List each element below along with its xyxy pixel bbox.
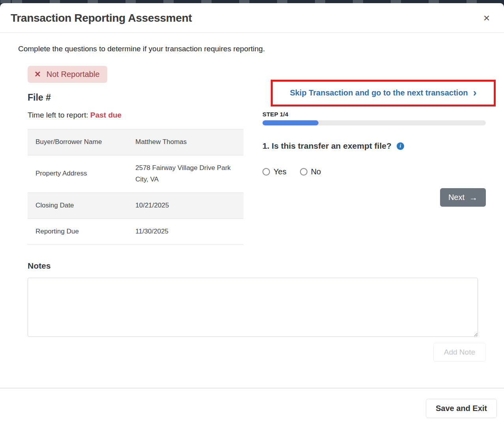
notes-textarea[interactable] <box>28 278 478 337</box>
next-button-row: Next → <box>262 188 486 207</box>
row-value: 10/21/2025 <box>127 192 244 219</box>
row-value: 2578 Fairway Village Drive Park City, VA <box>127 155 244 192</box>
radio-option-no[interactable]: No <box>300 167 321 176</box>
intro-text: Complete the questions to determine if y… <box>18 45 486 53</box>
transaction-details-table: Buyer/Borrower Name Matthew Thomas Prope… <box>28 129 244 245</box>
chevron-right-icon: › <box>473 89 477 97</box>
x-mark-icon: ✕ <box>34 69 41 79</box>
table-row: Property Address 2578 Fairway Village Dr… <box>28 155 244 192</box>
transaction-reporting-modal: Transaction Reporting Assessment × Compl… <box>0 3 504 426</box>
save-and-exit-button[interactable]: Save and Exit <box>426 399 497 418</box>
question-text: 1. Is this transfer an exempt file? <box>262 141 392 151</box>
row-value: 11/30/2025 <box>127 219 244 245</box>
time-left-value: Past due <box>90 111 122 119</box>
radio-circle-icon[interactable] <box>262 168 270 176</box>
next-button-label: Next <box>448 193 465 202</box>
radio-label-yes: Yes <box>274 167 287 176</box>
skip-transaction-link-label: Skip Transaction and go to the next tran… <box>290 88 468 97</box>
row-value: Matthew Thomas <box>127 129 244 155</box>
time-left-row: Time left to report: Past due <box>28 111 244 120</box>
row-label: Reporting Due <box>28 219 127 245</box>
close-icon[interactable]: × <box>480 13 493 24</box>
transaction-summary-column: ✕ Not Reportable File # Time left to rep… <box>18 66 244 245</box>
table-row: Reporting Due 11/30/2025 <box>28 219 244 245</box>
skip-link-highlight-box: Skip Transaction and go to the next tran… <box>271 80 496 106</box>
radio-circle-icon[interactable] <box>300 168 307 176</box>
table-row: Closing Date 10/21/2025 <box>28 192 244 219</box>
content-columns: ✕ Not Reportable File # Time left to rep… <box>18 66 486 245</box>
add-note-row: Add Note <box>18 343 486 362</box>
radio-label-no: No <box>311 167 321 176</box>
status-badge-label: Not Reportable <box>47 70 100 79</box>
row-label: Closing Date <box>28 192 127 219</box>
status-badge: ✕ Not Reportable <box>28 66 107 83</box>
modal-title: Transaction Reporting Assessment <box>11 12 192 24</box>
time-left-label: Time left to report: <box>28 111 88 119</box>
skip-transaction-link[interactable]: Skip Transaction and go to the next tran… <box>290 88 476 97</box>
table-row: Buyer/Borrower Name Matthew Thomas <box>28 129 244 155</box>
step-indicator: STEP 1/4 <box>262 111 486 118</box>
progress-fill <box>262 120 319 125</box>
row-label: Property Address <box>28 155 127 192</box>
answer-options: Yes No <box>262 167 486 176</box>
arrow-right-icon: → <box>469 193 478 202</box>
notes-heading: Notes <box>28 261 486 271</box>
info-icon[interactable]: i <box>397 142 404 150</box>
add-note-button[interactable]: Add Note <box>433 343 486 362</box>
background-page-navbar <box>0 0 504 3</box>
modal-header: Transaction Reporting Assessment × <box>0 3 504 33</box>
question-row: 1. Is this transfer an exempt file? i <box>262 141 486 151</box>
file-number-heading: File # <box>28 92 244 103</box>
progress-bar <box>262 120 486 125</box>
radio-option-yes[interactable]: Yes <box>262 167 287 176</box>
modal-footer: Save and Exit <box>0 388 504 426</box>
assessment-wizard-column: Skip Transaction and go to the next tran… <box>262 66 486 207</box>
next-button[interactable]: Next → <box>440 188 486 207</box>
modal-body: Complete the questions to determine if y… <box>0 33 504 378</box>
row-label: Buyer/Borrower Name <box>28 129 127 155</box>
